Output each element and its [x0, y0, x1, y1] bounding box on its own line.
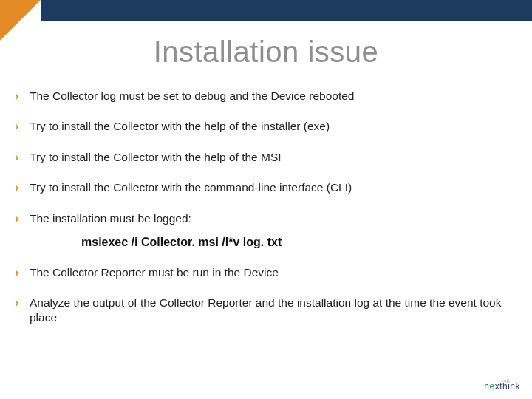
brand-text: xthink	[495, 381, 520, 392]
bullet-text: The Collector log must be set to debug a…	[30, 89, 510, 103]
corner-accent	[0, 0, 41, 41]
bullet-text: Try to install the Collector with the he…	[30, 150, 510, 164]
bullet-item: › Try to install the Collector with the …	[15, 180, 510, 194]
bullet-text: The installation must be logged:	[30, 211, 510, 225]
bullet-item: › Try to install the Collector with the …	[15, 119, 510, 133]
slide-title: Installation issue	[0, 35, 532, 69]
slide-body: › The Collector log must be set to debug…	[15, 89, 510, 341]
bullet-item: › Try to install the Collector with the …	[15, 150, 510, 164]
command-text: msiexec /i Collector. msi /l*v log. txt	[81, 236, 510, 249]
bullet-text: The Collector Reporter must be run in th…	[30, 265, 510, 279]
brand-accent: e	[489, 381, 494, 392]
brand-logo: nexthink	[484, 381, 520, 392]
chevron-right-icon: ›	[15, 296, 30, 310]
top-bar	[41, 0, 532, 21]
chevron-right-icon: ›	[15, 119, 30, 133]
chevron-right-icon: ›	[15, 89, 30, 103]
bullet-text: Try to install the Collector with the he…	[30, 119, 510, 133]
chevron-right-icon: ›	[15, 265, 30, 279]
bullet-item: › The Collector log must be set to debug…	[15, 89, 510, 103]
bullet-text: Analyze the output of the Collector Repo…	[30, 296, 510, 324]
bullet-item: › The installation must be logged:	[15, 211, 510, 225]
bullet-item: › Analyze the output of the Collector Re…	[15, 296, 510, 324]
bullet-text: Try to install the Collector with the co…	[30, 180, 510, 194]
chevron-right-icon: ›	[15, 180, 30, 194]
bullet-item: › The Collector Reporter must be run in …	[15, 265, 510, 279]
chevron-right-icon: ›	[15, 150, 30, 164]
chevron-right-icon: ›	[15, 211, 30, 225]
